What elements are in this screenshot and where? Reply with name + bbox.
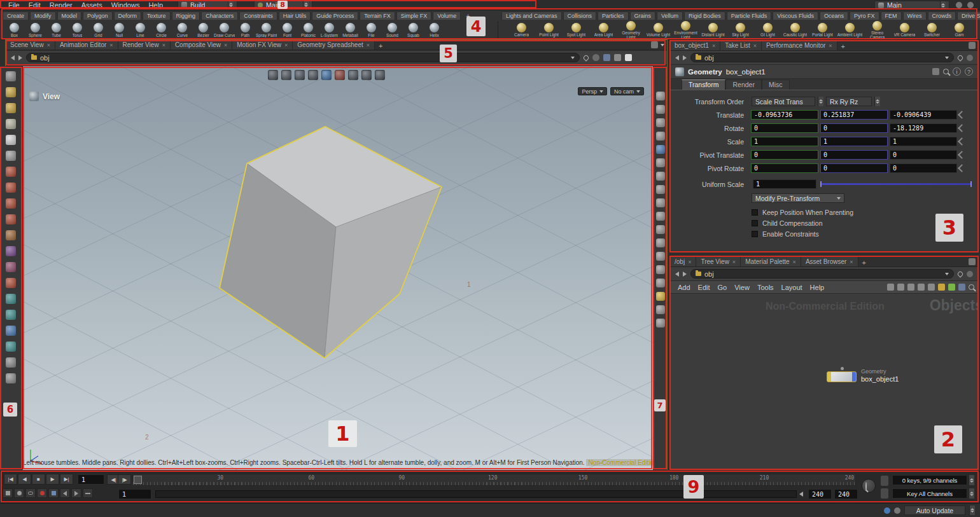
menu-item[interactable]: Help bbox=[144, 1, 167, 9]
shelf-tab[interactable]: Collisions bbox=[563, 11, 597, 20]
shelf-tool[interactable]: Gam bbox=[946, 23, 973, 38]
help-icon[interactable] bbox=[967, 55, 973, 61]
autokey-toggle-icon[interactable] bbox=[37, 488, 47, 498]
hand-tool-icon[interactable] bbox=[6, 357, 16, 368]
close-tab-icon[interactable]: × bbox=[224, 42, 227, 48]
revert-icon[interactable] bbox=[958, 124, 966, 132]
search-icon[interactable] bbox=[943, 69, 949, 74]
checkbox[interactable] bbox=[752, 220, 758, 226]
close-tab-icon[interactable]: × bbox=[162, 42, 165, 48]
edit-tool-icon[interactable] bbox=[6, 103, 16, 113]
normals-toggle-icon[interactable] bbox=[656, 185, 665, 194]
help-icon[interactable] bbox=[967, 271, 973, 277]
pane-tab[interactable]: Performance Monitor × bbox=[762, 41, 837, 50]
key-options-top-icon[interactable] bbox=[881, 476, 888, 486]
shelf-tool[interactable]: Ambient Light bbox=[836, 23, 864, 38]
shelf-tool[interactable]: Tube bbox=[46, 23, 67, 38]
param-field-y[interactable]: 1 bbox=[820, 137, 888, 146]
audio-toggle-icon[interactable] bbox=[14, 488, 24, 498]
constraint-tool-icon[interactable] bbox=[6, 294, 16, 304]
uniform-scale-slider[interactable] bbox=[820, 183, 972, 185]
display-mode-icon[interactable] bbox=[656, 145, 665, 154]
color-palette-icon[interactable] bbox=[948, 284, 955, 291]
view-layout-icon[interactable] bbox=[656, 92, 665, 100]
menu-item[interactable]: Go bbox=[714, 284, 731, 291]
back-icon[interactable] bbox=[675, 272, 679, 277]
snapshot-icon[interactable] bbox=[958, 284, 965, 291]
shelf-tool[interactable]: Switcher bbox=[918, 23, 946, 38]
scrub-zoom-icon[interactable] bbox=[862, 479, 876, 493]
character-tool-icon[interactable] bbox=[6, 214, 16, 224]
select-tool-icon[interactable] bbox=[6, 87, 16, 97]
pose-tool-icon[interactable] bbox=[6, 135, 16, 145]
pane-split-icon[interactable] bbox=[969, 42, 976, 49]
gear-icon[interactable] bbox=[932, 68, 939, 75]
shelf-tab[interactable]: Wires bbox=[903, 11, 927, 20]
main-take-selector[interactable]: Main bbox=[254, 1, 312, 10]
new-pane-tab-icon[interactable]: + bbox=[858, 259, 870, 266]
pane-tab[interactable]: Take List × bbox=[720, 41, 762, 50]
lock-icon[interactable] bbox=[6, 151, 16, 161]
shelf-tab[interactable]: Viscous Fluids bbox=[773, 11, 818, 20]
shelf-tool[interactable]: Spray Paint bbox=[256, 23, 277, 38]
camera-menu[interactable]: Persp bbox=[578, 87, 607, 95]
help-overlay-icon[interactable] bbox=[656, 319, 665, 327]
magnet-tool-icon[interactable] bbox=[6, 278, 16, 288]
notification-icon[interactable] bbox=[956, 2, 962, 8]
shelf-tool[interactable]: Spot Light bbox=[563, 23, 590, 38]
shelf-tab[interactable]: Drive Simulation bbox=[957, 11, 980, 20]
close-tab-icon[interactable]: × bbox=[367, 42, 370, 48]
shelf-tool[interactable]: Font bbox=[277, 23, 298, 38]
node-box-object1[interactable] bbox=[827, 371, 857, 382]
search-icon[interactable] bbox=[969, 284, 974, 290]
transport-button[interactable]: ▶| bbox=[60, 474, 73, 485]
menu-item[interactable]: File bbox=[4, 1, 24, 9]
camera-view-icon[interactable] bbox=[656, 118, 665, 127]
shelf-tool[interactable]: Squab bbox=[403, 23, 424, 38]
stopwatch-icon[interactable] bbox=[361, 70, 372, 80]
node-flag-right[interactable] bbox=[852, 372, 856, 382]
revert-icon[interactable] bbox=[958, 137, 966, 146]
transform-order-spinner[interactable] bbox=[818, 97, 823, 106]
shelf-tool[interactable]: Torus bbox=[67, 23, 88, 38]
param-field-x[interactable]: -0.0963736 bbox=[751, 110, 818, 120]
close-tab-icon[interactable]: × bbox=[47, 42, 50, 48]
desktop-selector-spinner[interactable] bbox=[228, 1, 234, 9]
pane-tab[interactable]: box_object1 × bbox=[670, 41, 720, 50]
realtime-toggle-icon[interactable] bbox=[3, 488, 13, 498]
shelf-tool[interactable]: Path bbox=[235, 23, 256, 38]
shelf-tab[interactable]: FEM bbox=[881, 11, 902, 20]
shelf-tab[interactable]: Rigid Bodies bbox=[684, 11, 725, 20]
shelf-tab[interactable]: Constraints bbox=[239, 11, 277, 20]
param-field-z[interactable]: 1 bbox=[890, 137, 957, 146]
pin-icon[interactable] bbox=[956, 54, 963, 61]
notes-icon[interactable] bbox=[938, 284, 945, 291]
back-icon[interactable] bbox=[11, 55, 15, 60]
pane-menu-chevron-icon[interactable] bbox=[661, 44, 664, 46]
close-tab-icon[interactable]: × bbox=[284, 42, 288, 48]
message-log-icon[interactable] bbox=[884, 507, 890, 514]
shelf-tool[interactable]: GI Light bbox=[754, 23, 781, 38]
maximize-pane-icon[interactable] bbox=[625, 54, 632, 61]
hierarchy-icon[interactable] bbox=[897, 284, 904, 291]
param-field-z[interactable]: 0 bbox=[890, 163, 957, 173]
shelf-tool[interactable]: Metaball bbox=[340, 23, 361, 38]
help-icon[interactable]: ? bbox=[965, 67, 973, 76]
shelf-tool[interactable]: Portal Light bbox=[809, 23, 836, 38]
shelf-tool[interactable]: Caustic Light bbox=[781, 23, 809, 38]
wireframe-toggle-icon[interactable] bbox=[656, 172, 665, 181]
shelf-tab[interactable]: Rigging bbox=[172, 11, 200, 20]
isolate-icon[interactable] bbox=[656, 252, 665, 261]
shelf-tool[interactable]: Environment Light bbox=[672, 21, 699, 40]
pane-tab[interactable]: Geometry Spreadsheet × bbox=[293, 40, 375, 50]
step-forward-button[interactable]: |▶ bbox=[118, 474, 131, 485]
close-tab-icon[interactable]: × bbox=[732, 259, 736, 265]
flipbook-icon[interactable] bbox=[656, 279, 665, 287]
shelf-tab[interactable]: Simple FX bbox=[396, 11, 432, 20]
help-menu-icon[interactable] bbox=[967, 2, 974, 8]
network-selector-spinner[interactable] bbox=[940, 1, 946, 10]
layout-toggle-icon[interactable] bbox=[614, 54, 621, 61]
rotate-order-spinner[interactable] bbox=[874, 97, 880, 106]
transport-button[interactable]: ◀ bbox=[18, 474, 31, 485]
param-field-x[interactable]: 1 bbox=[751, 137, 818, 146]
